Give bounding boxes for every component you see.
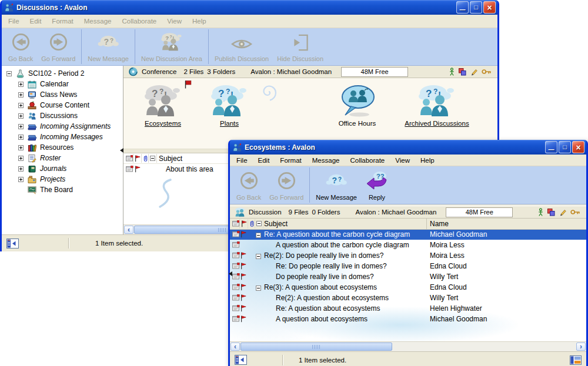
conference-icon-office-hours[interactable]: Office Hours bbox=[323, 82, 391, 127]
message-row[interactable]: Re(2): A question about ecosystemsWilly … bbox=[230, 293, 586, 303]
sidebar-item-discussions[interactable]: Discussions bbox=[2, 110, 123, 121]
menu-item-message[interactable]: Message bbox=[79, 18, 117, 25]
message-row[interactable]: A question about the carbon cycle diagra… bbox=[230, 240, 586, 250]
svg-text:?: ? bbox=[152, 88, 158, 99]
minimize-button[interactable]: — bbox=[456, 1, 469, 14]
collapse-icon[interactable] bbox=[256, 253, 261, 261]
minimize-button[interactable]: — bbox=[545, 141, 557, 153]
titlebar-ecosystems[interactable]: Ecosystems : Avalon —□× bbox=[230, 140, 586, 155]
menu-item-help[interactable]: Help bbox=[415, 157, 440, 164]
scroll-right-icon[interactable]: › bbox=[576, 343, 586, 351]
menu-item-collaborate[interactable]: Collaborate bbox=[116, 18, 162, 25]
message-row[interactable]: Re(3): A question about ecosystemsEdna C… bbox=[230, 282, 586, 293]
envelope-icon bbox=[232, 241, 240, 250]
new-discussion-area-button[interactable]: ?? ! New Discussion Area bbox=[137, 28, 206, 65]
sidebar-item-resources[interactable]: Resources bbox=[2, 142, 123, 153]
collapse-icon[interactable] bbox=[256, 284, 261, 293]
menu-item-help[interactable]: Help bbox=[187, 18, 212, 25]
hide-discussion-button[interactable]: Hide Discussion bbox=[273, 28, 328, 65]
menu-item-edit[interactable]: Edit bbox=[25, 18, 47, 25]
squiggle-doodle-icon bbox=[156, 177, 175, 211]
expand-icon[interactable] bbox=[18, 145, 24, 150]
expand-icon[interactable] bbox=[18, 135, 24, 140]
pane-toggle-icon[interactable] bbox=[235, 355, 247, 365]
close-button[interactable]: × bbox=[483, 1, 496, 14]
column-divider[interactable] bbox=[426, 219, 427, 229]
message-row[interactable]: A question about ecosystemsMichael Goodm… bbox=[230, 314, 586, 324]
expand-icon[interactable] bbox=[18, 156, 24, 161]
splitter-collapse-icon[interactable] bbox=[120, 148, 123, 153]
menu-item-format[interactable]: Format bbox=[46, 18, 78, 25]
menu-item-message[interactable]: Message bbox=[307, 157, 345, 164]
message-row[interactable]: Re: A question about the carbon cycle di… bbox=[230, 229, 586, 240]
scroll-left-icon[interactable]: ‹ bbox=[230, 343, 240, 351]
menu-item-format[interactable]: Format bbox=[275, 157, 306, 164]
sidebar-item-root[interactable]: SCI102 - Period 2 bbox=[2, 68, 123, 79]
new-message-button[interactable]: ??New Message bbox=[312, 166, 361, 204]
scrollbar-thumb[interactable] bbox=[240, 343, 392, 351]
sidebar-item-incoming-assignments[interactable]: Incoming Assignments bbox=[2, 121, 123, 132]
conference-icon-plants[interactable]: ?? ! Plants bbox=[200, 82, 259, 127]
go-back-button[interactable]: Go Back bbox=[4, 28, 37, 65]
message-row[interactable]: Re: Do people really live in domes?Edna … bbox=[230, 261, 586, 271]
sidebar-item-class-news[interactable]: Class News bbox=[2, 89, 123, 100]
reply-button[interactable]: ??Reply bbox=[361, 166, 393, 204]
collapse-all-icon[interactable] bbox=[256, 221, 262, 226]
folder-count: 0 Folders bbox=[312, 209, 340, 216]
sidebar-item-journals[interactable]: Journals bbox=[2, 163, 123, 174]
close-button[interactable]: × bbox=[572, 141, 584, 153]
message-author: Moira Less bbox=[430, 251, 465, 260]
message-row[interactable]: Re: A question about ecosystemsHelen Hig… bbox=[230, 303, 586, 314]
expand-icon[interactable] bbox=[18, 92, 24, 98]
collapse-icon[interactable] bbox=[6, 71, 12, 76]
subject-column-header[interactable]: Subject bbox=[159, 155, 182, 163]
collapse-icon[interactable] bbox=[256, 231, 261, 240]
sidebar-item-calendar[interactable]: Calendar bbox=[2, 79, 123, 89]
message-row[interactable]: Re(2): Do people really live in domes?Mo… bbox=[230, 250, 586, 261]
new-message-button[interactable]: ??New Message bbox=[83, 28, 133, 65]
pane-toggle-icon[interactable] bbox=[6, 239, 19, 249]
presence-icon bbox=[538, 208, 543, 216]
maximize-button[interactable]: □ bbox=[559, 141, 571, 153]
scroll-left-icon[interactable]: ‹ bbox=[124, 226, 133, 234]
menu-item-view[interactable]: View bbox=[390, 157, 415, 164]
titlebar-discussions[interactable]: Discussions : Avalon —□× bbox=[2, 0, 497, 15]
free-space-indicator: 48M Free bbox=[341, 67, 408, 77]
menu-item-file[interactable]: File bbox=[3, 18, 25, 25]
toolbar: Go BackGo Forward ??New Message ?? ! New… bbox=[2, 28, 497, 66]
message-row[interactable]: Do people really live in domes?Willy Ter… bbox=[230, 271, 586, 282]
menu-item-edit[interactable]: Edit bbox=[253, 157, 275, 164]
splitter-collapse-icon[interactable] bbox=[229, 271, 232, 276]
sidebar-item-roster[interactable]: Roster bbox=[2, 153, 123, 163]
window-icon bbox=[5, 4, 14, 12]
books-icon bbox=[28, 133, 36, 142]
name-column-header[interactable]: Name bbox=[430, 220, 449, 228]
expand-icon[interactable] bbox=[18, 166, 24, 172]
go-forward-button[interactable]: Go Forward bbox=[37, 28, 79, 65]
sidebar-item-incoming-messages[interactable]: Incoming Messages bbox=[2, 132, 123, 142]
go-back-button[interactable]: Go Back bbox=[232, 166, 265, 204]
menu-item-view[interactable]: View bbox=[162, 18, 187, 25]
collapse-all-icon[interactable] bbox=[150, 156, 155, 161]
envelope-icon bbox=[232, 305, 240, 313]
sidebar-item-the-board[interactable]: The Board bbox=[2, 184, 123, 195]
menu-item-file[interactable]: File bbox=[231, 157, 253, 164]
conference-icon-ecosystems[interactable]: ?? ! Ecosystems bbox=[131, 82, 195, 127]
expand-icon[interactable] bbox=[18, 113, 24, 119]
sidebar-item-projects[interactable]: Projects bbox=[2, 174, 123, 184]
go-forward-button[interactable]: Go Forward bbox=[265, 166, 308, 204]
maximize-button[interactable]: □ bbox=[470, 1, 482, 14]
publish-discussion-button[interactable]: Publish Discussion bbox=[211, 28, 273, 65]
conference-icon-archived-discussions[interactable]: ?? ! Archived Discussions bbox=[389, 82, 485, 127]
expand-icon[interactable] bbox=[18, 103, 24, 108]
sidebar-item-course-content[interactable]: Course Content bbox=[2, 100, 123, 110]
expand-icon[interactable] bbox=[18, 82, 24, 87]
list-header[interactable]: Subject Name bbox=[230, 219, 586, 230]
expand-icon[interactable] bbox=[18, 177, 24, 182]
subject-column-header[interactable]: Subject bbox=[264, 220, 288, 228]
toolbar-separator bbox=[208, 29, 209, 64]
menu-item-collaborate[interactable]: Collaborate bbox=[345, 157, 390, 164]
expand-icon[interactable] bbox=[18, 124, 24, 129]
horizontal-scrollbar[interactable]: ‹ › bbox=[230, 341, 586, 351]
layout-toggle-icon[interactable] bbox=[570, 355, 582, 365]
